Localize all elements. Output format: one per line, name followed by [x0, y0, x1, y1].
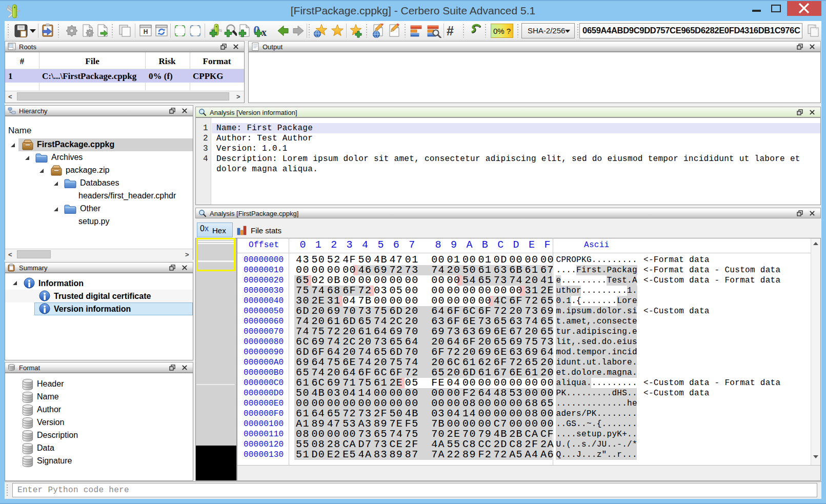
- svg-text:x: x: [261, 27, 267, 38]
- svg-text:H: H: [144, 28, 148, 35]
